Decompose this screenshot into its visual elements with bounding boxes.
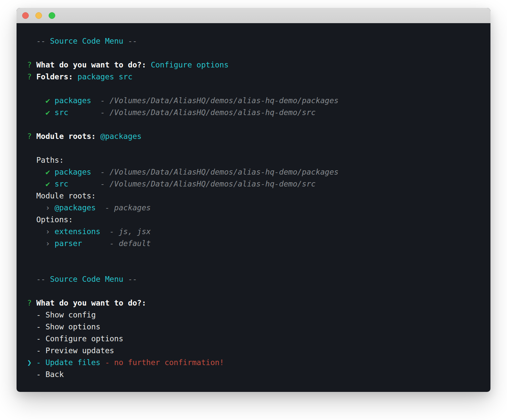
terminal-text-segment: - js, jsx — [109, 227, 151, 236]
prompt-menu-question: ? What do you want to do?: — [27, 297, 481, 309]
terminal-text-segment — [101, 227, 110, 236]
menu-title: -- Source Code Menu -- — [27, 35, 481, 47]
terminal-text-segment: src — [55, 180, 68, 188]
terminal-text-segment: › — [45, 239, 55, 248]
blank-line — [27, 83, 481, 95]
menu-item-back[interactable]: - Back — [27, 368, 481, 380]
terminal-text-segment: ? — [27, 72, 36, 81]
terminal-text-segment: -- — [128, 275, 137, 283]
terminal-text-segment — [91, 96, 101, 105]
terminal-text-segment — [68, 108, 101, 117]
path-row-src: ✔ src - /Volumes/Data/AliasHQ/demos/alia… — [27, 178, 481, 190]
terminal-text-segment: extensions — [55, 227, 100, 236]
terminal-text-segment — [27, 239, 45, 248]
blank-line — [27, 285, 481, 297]
terminal-text-segment: - /Volumes/Data/AliasHQ/demos/alias-hq-d… — [101, 96, 339, 105]
terminal-text-segment — [91, 168, 101, 176]
terminal-text-segment: Paths: — [27, 156, 64, 164]
terminal-text-segment: Options: — [27, 215, 73, 224]
terminal-text-segment: ? — [27, 132, 36, 141]
terminal-text-segment — [123, 37, 128, 45]
terminal-text-segment: - Back — [27, 370, 64, 379]
terminal-text-segment: parser — [55, 239, 82, 248]
terminal-text-segment: -- — [128, 37, 137, 45]
terminal-text-segment — [27, 96, 45, 105]
minimize-button[interactable] — [35, 12, 42, 19]
prompt-module-roots-answered: ? Module roots: @packages — [27, 130, 481, 142]
terminal-text-segment: packages src — [77, 72, 132, 81]
zoom-button[interactable] — [49, 12, 55, 19]
terminal-screen: -- Source Code Menu -- ? What do you wan… — [17, 23, 490, 380]
terminal-text-segment — [96, 203, 105, 212]
terminal-text-segment: › — [45, 203, 55, 212]
terminal-text-segment: - Show config — [27, 311, 96, 319]
terminal-text-segment: - Configure options — [27, 334, 123, 343]
terminal-text-segment: - default — [109, 239, 151, 248]
close-button[interactable] — [22, 12, 29, 19]
terminal-text-segment: - Show options — [27, 322, 101, 331]
terminal-text-segment: @packages — [55, 203, 96, 212]
terminal-text-segment: ❯ - Update files — [27, 358, 105, 367]
terminal-text-segment — [27, 275, 36, 283]
terminal-text-segment: src — [55, 108, 68, 117]
menu-item-selected-update-files[interactable]: ❯ - Update files - no further confirmati… — [27, 357, 481, 368]
terminal-text-segment: ✔ — [45, 108, 55, 117]
terminal-text-segment: packages — [55, 96, 91, 105]
section-heading-module-roots: Module roots: — [27, 190, 481, 202]
blank-line — [27, 142, 481, 154]
terminal-text-segment: ✔ — [45, 168, 55, 176]
module-root-row-packages: › @packages - packages — [27, 202, 481, 214]
terminal-text-segment: What do you want to do?: — [36, 61, 151, 69]
window-titlebar — [17, 8, 490, 23]
terminal-text-segment — [45, 275, 50, 283]
terminal-text-segment: - no further confirmation! — [105, 358, 224, 367]
terminal-text-segment: @packages — [101, 132, 142, 141]
terminal-text-segment: - /Volumes/Data/AliasHQ/demos/alias-hq-d… — [101, 108, 316, 117]
terminal-text-segment: - packages — [105, 203, 150, 212]
terminal-text-segment: -- — [36, 37, 46, 45]
option-row-parser: › parser - default — [27, 237, 481, 249]
terminal-text-segment: › — [45, 227, 55, 236]
terminal-text-segment — [27, 168, 45, 176]
terminal-text-segment: - /Volumes/Data/AliasHQ/demos/alias-hq-d… — [101, 180, 316, 188]
terminal-text-segment — [27, 108, 45, 117]
prompt-folders-answered: ? Folders: packages src — [27, 71, 481, 83]
terminal-text-segment — [27, 203, 45, 212]
terminal-text-segment: Source Code Menu — [50, 37, 123, 45]
terminal-text-segment — [82, 239, 109, 248]
terminal-text-segment: ✔ — [45, 96, 55, 105]
menu-item-configure-options[interactable]: - Configure options — [27, 333, 481, 345]
terminal-text-segment — [27, 37, 36, 45]
menu-item-preview-updates[interactable]: - Preview updates — [27, 345, 481, 357]
section-heading-paths: Paths: — [27, 154, 481, 166]
menu-item-show-options[interactable]: - Show options — [27, 321, 481, 333]
menu-title: -- Source Code Menu -- — [27, 273, 481, 285]
blank-line — [27, 47, 481, 59]
terminal-text-segment: Module roots: — [36, 132, 101, 141]
blank-line — [27, 249, 481, 261]
terminal-text-segment: packages — [55, 168, 91, 176]
terminal-text-segment: ? — [27, 299, 36, 307]
terminal-text-segment: - /Volumes/Data/AliasHQ/demos/alias-hq-d… — [101, 168, 339, 176]
menu-item-show-config[interactable]: - Show config — [27, 309, 481, 321]
blank-line — [27, 261, 481, 273]
terminal-text-segment — [45, 37, 50, 45]
terminal-text-segment — [27, 227, 45, 236]
terminal-text-segment: -- — [36, 275, 46, 283]
terminal-text-segment: ✔ — [45, 180, 55, 188]
terminal-text-segment: Module roots: — [27, 191, 96, 200]
terminal-text-segment — [123, 275, 128, 283]
terminal-text-segment — [27, 180, 45, 188]
folder-row-src: ✔ src - /Volumes/Data/AliasHQ/demos/alia… — [27, 106, 481, 118]
option-row-extensions: › extensions - js, jsx — [27, 226, 481, 237]
terminal-text-segment: ? — [27, 61, 36, 69]
terminal-text-segment: What do you want to do?: — [36, 299, 146, 307]
blank-line — [27, 118, 481, 130]
terminal-text-segment — [68, 180, 101, 188]
terminal-text-segment: Configure options — [151, 61, 229, 69]
prompt-action-answered: ? What do you want to do?: Configure opt… — [27, 59, 481, 71]
path-row-packages: ✔ packages - /Volumes/Data/AliasHQ/demos… — [27, 166, 481, 178]
terminal-text-segment: Source Code Menu — [50, 275, 123, 283]
folder-row-packages: ✔ packages - /Volumes/Data/AliasHQ/demos… — [27, 95, 481, 106]
terminal-text-segment: - Preview updates — [27, 346, 114, 355]
